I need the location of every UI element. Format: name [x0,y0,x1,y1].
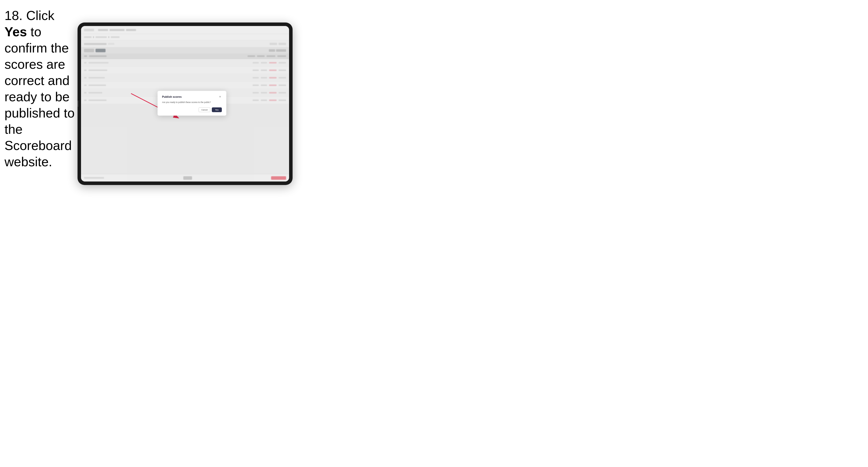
instruction-text: 18. Click Yes to confirm the scores are … [4,7,77,170]
yes-keyword: Yes [4,25,27,39]
modal-header: Publish scores × [162,95,222,98]
modal-body-text: Are you ready to publish these scores to… [162,101,222,104]
publish-scores-modal: Publish scores × Are you ready to publis… [158,91,226,116]
yes-button[interactable]: Yes [212,107,222,112]
modal-close-button[interactable]: × [218,95,222,98]
tablet-device: Publish scores × Are you ready to publis… [78,23,292,185]
tablet-screen: Publish scores × Are you ready to publis… [81,26,289,182]
modal-title: Publish scores [162,95,182,98]
cancel-button[interactable]: Cancel [198,107,210,112]
tablet-side-button [78,101,79,107]
modal-footer: Cancel Yes [162,107,222,112]
